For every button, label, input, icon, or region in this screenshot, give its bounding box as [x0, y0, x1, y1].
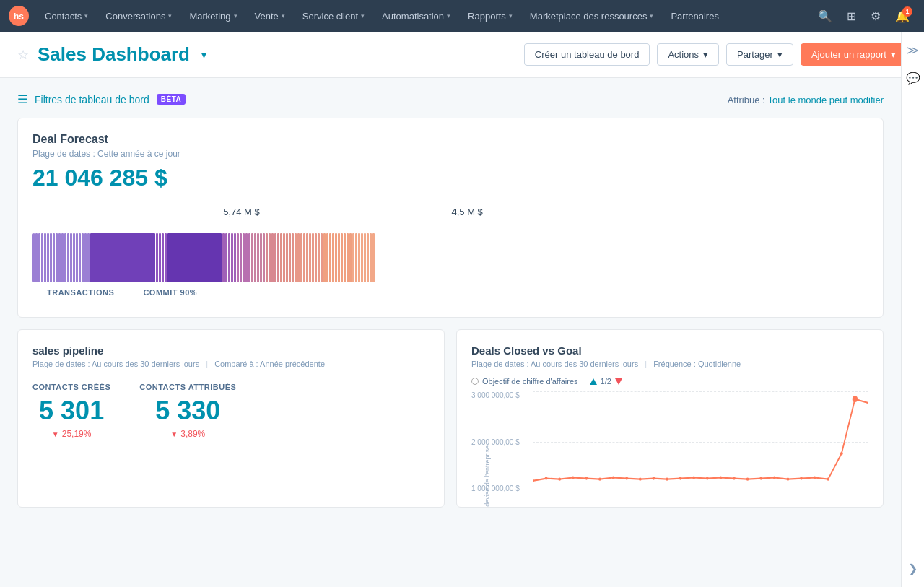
- bar-unit: [329, 233, 331, 282]
- chevron-icon: ▾: [361, 12, 365, 19]
- pipeline-comparison: Comparé à : Année précédente: [214, 360, 325, 368]
- nav-conversations[interactable]: Conversations ▾: [98, 6, 179, 26]
- bar-unit: [295, 233, 297, 282]
- deals-chart-area: 3 000 000,00 $ 2 000 000,00 $ 1 000 000,…: [471, 391, 868, 492]
- bar-unit: [50, 233, 52, 282]
- filter-text[interactable]: Filtres de tableau de bord: [35, 94, 149, 105]
- bar-unit: [300, 233, 302, 282]
- deal-forecast-date: Plage de dates : Cette année à ce jour: [32, 149, 868, 159]
- nav-service-client[interactable]: Service client ▾: [295, 6, 372, 26]
- contacts-created-change: ▼ 25,19%: [32, 429, 110, 439]
- bar-unit: [44, 233, 46, 282]
- bar-unit: [318, 233, 320, 282]
- nav-partenaires[interactable]: Partenaires: [663, 6, 725, 26]
- nav-marketplace[interactable]: Marketplace des ressources ▾: [523, 6, 661, 26]
- chevron-icon: ▾: [282, 12, 285, 19]
- svg-point-24: [827, 478, 829, 481]
- bar-unit: [79, 233, 81, 282]
- bar-unit: [326, 233, 328, 282]
- bar-unit: [53, 233, 55, 282]
- bar-unit: [228, 233, 230, 282]
- nav-vente[interactable]: Vente ▾: [248, 6, 292, 26]
- collapse-right-icon[interactable]: ≫: [907, 43, 919, 57]
- deals-title: Deals Closed vs Goal: [471, 344, 868, 357]
- bar-unit: [35, 233, 38, 282]
- bar-unit: [231, 233, 233, 282]
- y-axis: 3 000 000,00 $ 2 000 000,00 $ 1 000 000,…: [471, 391, 529, 492]
- svg-point-21: [787, 478, 790, 481]
- bar-unit: [251, 233, 253, 282]
- search-icon[interactable]: 🔍: [812, 5, 838, 27]
- add-report-button[interactable]: Ajouter un rapport ▾: [801, 43, 907, 66]
- contacts-attrib-metric: CONTACTS ATTRIBUÉS 5 330 ▼ 3,89%: [139, 383, 236, 439]
- attrib-value[interactable]: Tout le monde peut modifier: [768, 95, 884, 105]
- notifications-icon[interactable]: 🔔 1: [889, 5, 915, 27]
- bar-unit: [41, 233, 43, 282]
- bar-chart-strips: [32, 233, 868, 282]
- dashboard-title[interactable]: Sales Dashboard: [38, 43, 190, 66]
- nav-rapports[interactable]: Rapports ▾: [461, 6, 520, 26]
- bar-unit: [240, 233, 242, 282]
- favorite-star-icon[interactable]: ☆: [17, 47, 29, 63]
- svg-point-4: [558, 478, 561, 481]
- nav-contacts[interactable]: Contacts ▾: [38, 6, 95, 26]
- actions-button[interactable]: Actions ▾: [657, 43, 719, 66]
- chevron-icon: ▾: [509, 12, 513, 19]
- bar-unit: [289, 233, 291, 282]
- deal-forecast-amount: 21 046 285 $: [32, 165, 868, 191]
- beta-badge: BÉTA: [157, 94, 186, 105]
- chevron-icon: ▾: [234, 12, 237, 19]
- svg-point-12: [666, 478, 668, 481]
- hubspot-logo[interactable]: hs: [9, 6, 29, 26]
- svg-point-23: [814, 476, 816, 479]
- bar-unit: [260, 233, 262, 282]
- svg-point-8: [612, 476, 615, 479]
- bar-unit: [237, 233, 239, 282]
- bar-unit: [76, 233, 78, 282]
- bar-unit: [263, 233, 265, 282]
- marketplace-icon[interactable]: ⊞: [841, 5, 862, 27]
- svg-point-6: [585, 477, 588, 479]
- bar-unit: [67, 233, 69, 282]
- dashboard-dropdown-icon[interactable]: ▾: [201, 49, 206, 61]
- bar-unit: [312, 233, 314, 282]
- bar-unit: [266, 233, 268, 282]
- nav-automatisation[interactable]: Automatisation ▾: [375, 6, 458, 26]
- pipeline-metrics: CONTACTS CRÉÉS 5 301 ▼ 25,19% CONTACTS A…: [32, 383, 430, 439]
- settings-icon[interactable]: ⚙: [865, 5, 886, 27]
- subheader: ☆ Sales Dashboard ▾ Créer un tableau de …: [0, 32, 924, 78]
- bar-unit: [64, 233, 66, 282]
- actions-chevron-icon: ▾: [703, 49, 708, 60]
- create-dashboard-button[interactable]: Créer un tableau de bord: [524, 43, 650, 66]
- filter-left: ☰ Filtres de tableau de bord BÉTA: [17, 92, 186, 106]
- svg-point-3: [545, 477, 548, 479]
- header-actions: Créer un tableau de bord Actions ▾ Parta…: [524, 43, 907, 66]
- bar-unit: [156, 233, 158, 282]
- chevron-icon: ▾: [650, 12, 653, 19]
- bar-unit: [159, 233, 161, 282]
- bar-unit: [315, 233, 317, 282]
- bar-unit: [243, 233, 245, 282]
- bar-chart-legend: TRANSACTIONS COMMIT 90%: [32, 288, 868, 297]
- bar-unit: [84, 233, 87, 282]
- contacts-created-label: CONTACTS CRÉÉS: [32, 383, 110, 391]
- deal-forecast-title: Deal Forecast: [32, 133, 868, 146]
- bar-unit: [344, 233, 346, 282]
- bar-unit: [349, 233, 352, 282]
- svg-point-10: [639, 478, 642, 481]
- pipeline-subtitle: Plage de dates : Au cours des 30 dernier…: [32, 360, 430, 368]
- bar-unit: [245, 233, 248, 282]
- comment-icon[interactable]: 💬: [906, 71, 920, 85]
- filter-icon[interactable]: ☰: [17, 92, 27, 106]
- deal-forecast-chart: 5,74 M $ 4,5 M $ TRANSACTIONS COMMIT 90%: [32, 206, 868, 297]
- share-button[interactable]: Partager ▾: [726, 43, 793, 66]
- nav-marketing[interactable]: Marketing ▾: [182, 6, 244, 26]
- contacts-attrib-value: 5 330: [139, 396, 236, 426]
- bar-unit: [56, 233, 58, 282]
- bar-unit: [222, 233, 225, 282]
- svg-point-15: [706, 477, 709, 479]
- svg-point-18: [746, 478, 749, 481]
- attribution-section: Attribué : Tout le monde peut modifier: [728, 94, 884, 105]
- bar-unit: [309, 233, 311, 282]
- pipeline-date-range: Plage de dates : Au cours des 30 dernier…: [32, 360, 199, 368]
